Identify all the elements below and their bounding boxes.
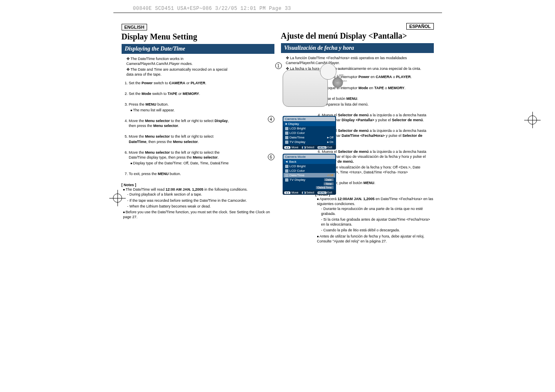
- crop-mark-icon: [524, 112, 541, 128]
- dial-label-off: ● OFF: [336, 74, 343, 76]
- print-header: 00840E SCD451 USA+ESP~086 3/22/05 12:01 …: [113, 5, 442, 13]
- lang-tag-english: ENGLISH: [122, 24, 147, 30]
- title-right: Ajuste del menú Display <Pantalla>: [281, 31, 434, 41]
- step-badge-6: 6: [268, 154, 274, 160]
- camera-illustration: 1 ● PLAYER ● OFF ● CAMERA: [274, 62, 346, 112]
- notes-left: The Date/Time will read 12:00 AM JAN. 1,…: [122, 187, 274, 219]
- menu-screenshot-6: Camera Mode ◄ Back LCD Bright LCD Color …: [283, 154, 336, 195]
- dial-label-player: ● PLAYER: [336, 67, 345, 70]
- steps-left: Set the Power switch to CAMERA or PLAYER…: [122, 81, 230, 177]
- title-left: Display Menu Setting: [122, 32, 274, 42]
- subtitle-left: Displaying the Date/Time: [122, 44, 274, 54]
- crop-mark-icon: [109, 190, 126, 206]
- notes-head-left: [ Notes ]: [122, 183, 274, 187]
- step-badge-1: 1: [275, 62, 282, 69]
- notes-right: Aparecerá 12:00AM JAN. 1,2005 en Date/Ti…: [281, 196, 434, 244]
- subtitle-right: Visualización de fecha y hora: [281, 43, 434, 53]
- center-graphics: 1 ● PLAYER ● OFF ● CAMERA 4 Camera Mode …: [274, 62, 348, 199]
- intro-left: The Date/Time function works in Camera/P…: [122, 56, 230, 77]
- menu-screenshot-4: Camera Mode ►Display LCD Bright LCD Colo…: [283, 116, 336, 150]
- lang-tag-espanol: ESPAÑOL: [406, 23, 433, 30]
- dial-label-camera: ● CAMERA: [336, 80, 347, 82]
- step-badge-4: 4: [268, 116, 274, 122]
